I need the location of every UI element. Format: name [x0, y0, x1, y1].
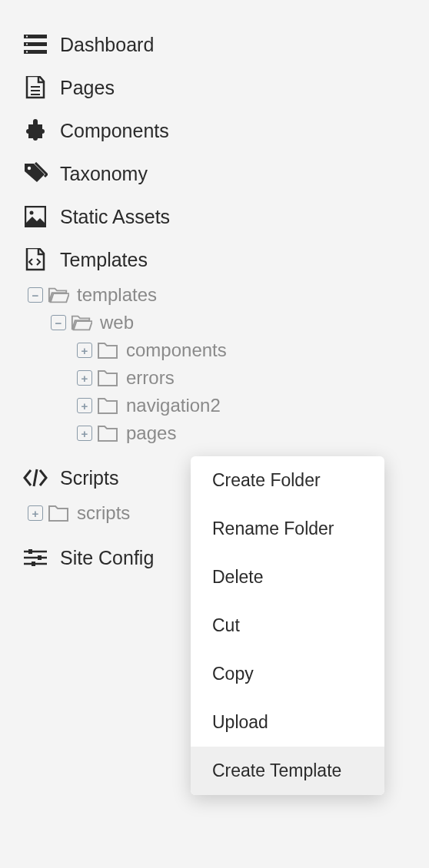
nav-item-taxonomy[interactable]: Taxonomy	[23, 152, 406, 195]
folder-icon	[97, 340, 118, 361]
expand-icon[interactable]: +	[77, 370, 92, 386]
tree-label: web	[100, 312, 134, 333]
nav-label-pages: Pages	[60, 77, 115, 99]
nav-label-taxonomy: Taxonomy	[60, 163, 148, 185]
tree-label: navigation2	[126, 395, 221, 416]
context-item-cut[interactable]: Cut	[191, 601, 384, 650]
tag-icon	[23, 161, 48, 186]
sliders-icon	[23, 545, 48, 570]
folder-icon	[48, 502, 69, 524]
expand-icon[interactable]: +	[28, 505, 43, 521]
context-item-create-folder[interactable]: Create Folder	[191, 456, 384, 505]
tree-node-templates[interactable]: − templates	[28, 281, 406, 309]
svg-rect-4	[26, 44, 28, 45]
context-item-create-template[interactable]: Create Template	[191, 747, 384, 795]
image-icon	[23, 204, 48, 229]
context-item-copy[interactable]: Copy	[191, 650, 384, 698]
context-item-upload[interactable]: Upload	[191, 698, 384, 747]
templates-tree: − templates − web + components +	[28, 281, 406, 447]
svg-rect-16	[38, 555, 42, 560]
nav-label-site-config: Site Config	[60, 547, 154, 569]
tree-label: components	[126, 340, 227, 361]
svg-point-9	[28, 167, 31, 170]
context-menu: Create Folder Rename Folder Delete Cut C…	[191, 456, 384, 795]
svg-point-11	[30, 211, 34, 215]
nav-item-components[interactable]: Components	[23, 109, 406, 152]
nav-item-static-assets[interactable]: Static Assets	[23, 195, 406, 238]
collapse-icon[interactable]: −	[51, 315, 66, 330]
svg-rect-5	[26, 51, 28, 53]
nav-item-dashboard[interactable]: Dashboard	[23, 23, 406, 66]
collapse-icon[interactable]: −	[28, 287, 43, 303]
puzzle-icon	[23, 118, 48, 143]
nav-label-scripts: Scripts	[60, 467, 118, 489]
tree-label: errors	[126, 367, 175, 389]
folder-icon	[97, 367, 118, 389]
dashboard-icon	[23, 32, 48, 57]
context-item-delete[interactable]: Delete	[191, 553, 384, 601]
expand-icon[interactable]: +	[77, 343, 92, 358]
nav-label-dashboard: Dashboard	[60, 34, 154, 56]
expand-icon[interactable]: +	[77, 398, 92, 413]
folder-icon	[97, 395, 118, 416]
svg-rect-14	[28, 549, 32, 554]
tree-node-components[interactable]: + components	[77, 336, 406, 364]
nav-item-pages[interactable]: Pages	[23, 66, 406, 109]
tree-label: scripts	[77, 502, 130, 524]
tree-label: pages	[126, 422, 176, 444]
context-item-rename-folder[interactable]: Rename Folder	[191, 505, 384, 553]
tree-label: templates	[77, 284, 157, 306]
folder-open-icon	[48, 284, 69, 306]
tree-node-web[interactable]: − web	[51, 309, 406, 336]
nav-item-templates[interactable]: Templates	[23, 238, 406, 281]
tree-node-pages[interactable]: + pages	[77, 419, 406, 447]
svg-rect-18	[32, 562, 35, 566]
nav-label-templates: Templates	[60, 249, 148, 271]
tree-node-navigation2[interactable]: + navigation2	[77, 392, 406, 419]
svg-line-12	[34, 469, 37, 486]
folder-open-icon	[71, 312, 92, 333]
folder-icon	[97, 422, 118, 444]
code-file-icon	[23, 247, 48, 272]
svg-rect-3	[26, 36, 28, 38]
nav-label-components: Components	[60, 120, 169, 142]
file-icon	[23, 75, 48, 100]
code-icon	[23, 465, 48, 490]
expand-icon[interactable]: +	[77, 426, 92, 441]
nav-label-static-assets: Static Assets	[60, 206, 170, 228]
tree-node-errors[interactable]: + errors	[77, 364, 406, 392]
